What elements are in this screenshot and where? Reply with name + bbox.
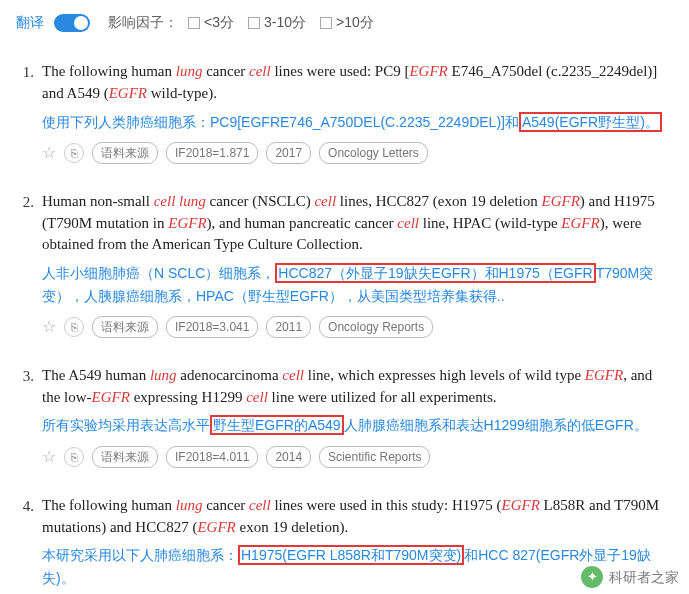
impact-factor-label: 影响因子： [108, 12, 178, 33]
keyword: cell [249, 63, 271, 79]
highlighted-span: H1975(EGFR L858R和T790M突变) [238, 545, 464, 565]
result-entry: 1.The following human lung cancer cell l… [16, 61, 673, 165]
impact-factor-filters: <3分 3-10分 >10分 [188, 12, 374, 33]
keyword: lung [176, 63, 203, 79]
highlighted-span: A549(EGFR野生型)。 [519, 112, 662, 132]
gene-keyword: EGFR [409, 63, 447, 79]
star-icon[interactable]: ☆ [42, 315, 56, 339]
year-pill: 2017 [266, 142, 311, 164]
keyword: cell [397, 215, 419, 231]
journal-pill[interactable]: Scientific Reports [319, 446, 430, 468]
keyword: cell [314, 193, 336, 209]
copy-icon[interactable]: ⎘ [64, 317, 84, 337]
entry-number: 1. [16, 61, 42, 165]
cn-text: 本研究采用以下人肺癌细胞系： [42, 547, 238, 563]
filter-lt3[interactable]: <3分 [188, 12, 234, 33]
chinese-translation[interactable]: 人非小细胞肺癌（N SCLC）细胞系，HCC827（外显子19缺失EGFR）和H… [42, 262, 673, 307]
entry-number: 2. [16, 191, 42, 339]
gene-keyword: EGFR [502, 497, 540, 513]
filter-gt10[interactable]: >10分 [320, 12, 374, 33]
meta-row: ☆⎘语料来源IF2018=3.0412011Oncology Reports [42, 315, 673, 339]
journal-pill[interactable]: Oncology Letters [319, 142, 428, 164]
chinese-translation[interactable]: 使用下列人类肺癌细胞系：PC9[EGFRE746_A750DEL(C.2235_… [42, 111, 673, 133]
watermark: ✦ 科研者之家 [581, 566, 679, 588]
copy-icon[interactable]: ⎘ [64, 143, 84, 163]
meta-row: ☆⎘语料来源IF2018=1.8712017Oncology Letters [42, 141, 673, 165]
translate-label: 翻译 [16, 12, 44, 33]
cn-text: 所有实验均采用表达高水平 [42, 417, 210, 433]
if-pill: IF2018=4.011 [166, 446, 258, 468]
checkbox-icon [320, 17, 332, 29]
keyword: lung [176, 497, 203, 513]
keyword: cell lung [154, 193, 206, 209]
gene-keyword: EGFR [561, 215, 599, 231]
filter-3-10[interactable]: 3-10分 [248, 12, 306, 33]
gene-keyword: EGFR [542, 193, 580, 209]
meta-row: ☆⎘语料来源IF2018=4.0112014Scientific Reports [42, 445, 673, 469]
copy-icon[interactable]: ⎘ [64, 447, 84, 467]
highlighted-span: HCC827（外显子19缺失EGFR）和H1975（EGFR [275, 263, 595, 283]
keyword: cell [282, 367, 304, 383]
english-sentence: The following human lung cancer cell lin… [42, 495, 673, 539]
year-pill: 2014 [266, 446, 311, 468]
english-sentence: Human non-small cell lung cancer (NSCLC)… [42, 191, 673, 256]
cn-text: 人非小细胞肺癌（N SCLC）细胞系， [42, 265, 275, 281]
source-pill[interactable]: 语料来源 [92, 142, 158, 164]
gene-keyword: EGFR [168, 215, 206, 231]
result-entry: 2.Human non-small cell lung cancer (NSCL… [16, 191, 673, 339]
checkbox-icon [248, 17, 260, 29]
english-sentence: The A549 human lung adenocarcinoma cell … [42, 365, 673, 409]
keyword: cell [246, 389, 268, 405]
wechat-icon: ✦ [581, 566, 603, 588]
star-icon[interactable]: ☆ [42, 141, 56, 165]
cn-text: 使用下列人类肺癌细胞系：PC9[EGFRE746_A750DEL(C.2235_… [42, 114, 519, 130]
checkbox-icon [188, 17, 200, 29]
watermark-text: 科研者之家 [609, 567, 679, 588]
if-pill: IF2018=3.041 [166, 316, 258, 338]
if-pill: IF2018=1.871 [166, 142, 258, 164]
keyword: cell [249, 497, 271, 513]
cn-text: 人肺腺癌细胞系和表达H1299细胞系的低EGFR。 [344, 417, 648, 433]
journal-pill[interactable]: Oncology Reports [319, 316, 433, 338]
entry-number: 3. [16, 365, 42, 469]
highlighted-span: 野生型EGFR的A549 [210, 415, 344, 435]
source-pill[interactable]: 语料来源 [92, 316, 158, 338]
gene-keyword: EGFR [92, 389, 130, 405]
entry-number: 4. [16, 495, 42, 594]
keyword: lung [150, 367, 177, 383]
gene-keyword: EGFR [197, 519, 235, 535]
year-pill: 2011 [266, 316, 311, 338]
gene-keyword: EGFR [109, 85, 147, 101]
star-icon[interactable]: ☆ [42, 445, 56, 469]
source-pill[interactable]: 语料来源 [92, 446, 158, 468]
translate-toggle[interactable] [54, 14, 90, 32]
gene-keyword: EGFR [585, 367, 623, 383]
chinese-translation[interactable]: 本研究采用以下人肺癌细胞系：H1975(EGFR L858R和T790M突变)和… [42, 544, 673, 589]
top-filter-bar: 翻译 影响因子： <3分 3-10分 >10分 [16, 12, 673, 33]
result-entry: 4.The following human lung cancer cell l… [16, 495, 673, 594]
english-sentence: The following human lung cancer cell lin… [42, 61, 673, 105]
chinese-translation[interactable]: 所有实验均采用表达高水平野生型EGFR的A549人肺腺癌细胞系和表达H1299细… [42, 414, 673, 436]
result-entry: 3.The A549 human lung adenocarcinoma cel… [16, 365, 673, 469]
